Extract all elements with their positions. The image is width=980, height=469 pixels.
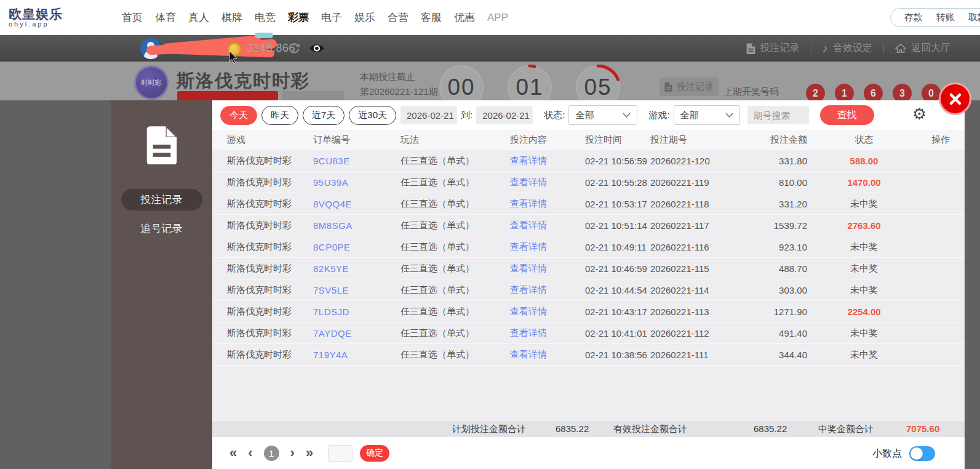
table-header: 游戏订单编号玩法投注内容投注时间投注期号投注金额状态操作 [212,130,965,150]
cell-bet-time: 02-21 10:38:56 [585,350,650,360]
date-from-input[interactable] [400,106,457,124]
cell-order-id[interactable]: 8M8SGA [313,220,400,231]
cell-order-id[interactable]: 9CU83E [313,156,400,166]
divider [883,43,884,54]
cell-period: 20260221-114 [650,285,743,295]
last-page-button[interactable]: » [306,446,313,460]
view-detail-link[interactable]: 查看详情 [510,241,547,252]
view-detail-link[interactable]: 查看详情 [510,284,547,295]
cell-status: 1470.00 [807,177,921,188]
nav-item-首页[interactable]: 首页 [122,10,143,25]
cell-order-id[interactable]: 7AYDQE [313,328,400,339]
view-detail-link[interactable]: 查看详情 [510,177,547,187]
cell-amount: 923.10 [743,242,807,252]
cell-period: 20260221-120 [650,156,743,166]
nav-item-合营[interactable]: 合营 [388,10,408,25]
cell-order-id[interactable]: 95U39A [313,177,400,188]
cell-order-id[interactable]: 719Y4A [313,350,400,360]
decimal-toggle-box: 小数点 [872,446,935,461]
view-detail-link[interactable]: 查看详情 [510,349,547,359]
back-to-lobby-link[interactable]: 返回大厅 [895,42,950,55]
gear-icon[interactable]: ⚙ [912,106,926,122]
quick-filter-近7天[interactable]: 近7天 [303,106,345,125]
prev-page-button[interactable]: ‹ [248,446,252,460]
planned-total-label: 计划投注金额合计 [452,423,526,435]
cell-game: 斯洛伐克时时彩 [227,284,313,296]
nav-item-娱乐[interactable]: 娱乐 [354,10,375,25]
close-modal-button[interactable] [941,84,970,113]
sound-settings-link[interactable]: ♪ 音效设定 [823,42,873,55]
confirm-page-button[interactable]: 确定 [360,445,389,462]
win-total-value: 7075.60 [906,423,939,434]
nav-item-电竞[interactable]: 电竞 [255,10,276,25]
nav-item-电子[interactable]: 电子 [321,10,342,25]
bet-button-sliver [177,91,278,100]
first-page-button[interactable]: « [229,446,237,460]
next-page-button[interactable]: › [290,446,295,460]
mouse-cursor-icon [229,51,237,66]
table-row: 斯洛伐克时时彩 7SV5LE 任三直选（单式） 查看详情 02-21 10:44… [212,279,965,301]
cell-status: 未中奖 [807,349,921,361]
cell-order-id[interactable]: 7LDSJD [313,307,400,317]
cell-play-type: 任三直选（单式） [400,155,510,167]
wallet-action-取款[interactable]: 取款 [968,12,980,23]
quick-filter-今天[interactable]: 今天 [220,106,257,125]
period-search-input[interactable] [747,106,809,124]
view-detail-link[interactable]: 查看详情 [510,306,547,316]
secondary-button-sliver [282,91,345,100]
quick-filter-昨天[interactable]: 昨天 [261,106,298,125]
game-select[interactable]: 全部 [674,105,740,125]
page-number-input[interactable] [328,445,353,462]
column-header-状态: 状态 [807,134,921,146]
cell-order-id[interactable]: 8CP0PE [313,242,400,252]
bet-records-link[interactable]: 投注记录 [746,42,800,55]
cell-bet-time: 02-21 10:44:54 [585,285,650,295]
document-icon [145,125,178,167]
cell-amount: 491.40 [743,328,807,339]
modal-overlay-left [0,100,111,469]
decimal-toggle[interactable] [909,446,935,461]
cell-amount: 331.80 [743,156,807,166]
sidebar-item-投注记录[interactable]: 投注记录 [121,189,202,210]
cell-status: 588.00 [807,156,921,166]
modal-content: 今天昨天近7天近30天 到: 状态: 全部 游戏: 全部 查找 ⚙ [212,100,965,469]
view-detail-link[interactable]: 查看详情 [510,327,547,338]
user-bar: 3348.866 投注记录 ♪ 音效设定 返回大厅 [0,35,980,62]
view-detail-link[interactable]: 查看详情 [510,155,547,166]
refresh-balance-icon[interactable] [288,42,300,57]
view-detail-link[interactable]: 查看详情 [510,198,547,209]
brand-logo[interactable]: 欧皇娱乐 ohyl.app [9,7,63,28]
nav-item-棋牌[interactable]: 棋牌 [221,10,242,25]
cell-order-id[interactable]: 7SV5LE [313,285,400,295]
nav-item-真人[interactable]: 真人 [188,10,209,25]
nav-item-体育[interactable]: 体育 [155,10,176,25]
cell-status: 未中奖 [807,241,921,253]
bet-records-button-dimmed[interactable]: 投注记录 [659,78,719,96]
nav-item-APP[interactable]: APP [487,12,508,24]
cell-order-id[interactable]: 8VQQ4E [313,199,400,209]
table-row: 斯洛伐克时时彩 8VQQ4E 任三直选（单式） 查看详情 02-21 10:53… [212,193,965,215]
column-header-投注金额: 投注金额 [743,134,807,146]
sidebar-item-追号记录[interactable]: 追号记录 [141,222,183,236]
valid-total-label: 有效投注金额合计 [613,423,687,435]
to-label: 到: [461,110,472,121]
wallet-action-转账[interactable]: 转账 [936,12,955,23]
view-detail-link[interactable]: 查看详情 [510,263,547,273]
cell-order-id[interactable]: 82K5YE [313,263,400,274]
cell-game: 斯洛伐克时时彩 [227,177,313,188]
nav-item-优惠[interactable]: 优惠 [454,10,475,25]
view-detail-link[interactable]: 查看详情 [510,220,547,230]
logo-subtitle: ohyl.app [9,21,63,28]
nav-item-客服[interactable]: 客服 [421,10,442,25]
eye-icon[interactable] [309,43,325,56]
table-row: 斯洛伐克时时彩 9CU83E 任三直选（单式） 查看详情 02-21 10:56… [212,150,965,172]
status-select[interactable]: 全部 [568,105,637,125]
column-header-投注期号: 投注期号 [650,134,743,146]
wallet-action-存款[interactable]: 存款 [904,12,923,23]
nav-item-彩票[interactable]: 彩票 [288,10,309,25]
search-button[interactable]: 查找 [820,105,874,125]
status-label: 状态: [544,110,565,121]
cell-bet-time: 02-21 10:49:11 [585,242,650,252]
quick-filter-近30天[interactable]: 近30天 [349,106,396,125]
date-to-input[interactable] [476,106,533,124]
